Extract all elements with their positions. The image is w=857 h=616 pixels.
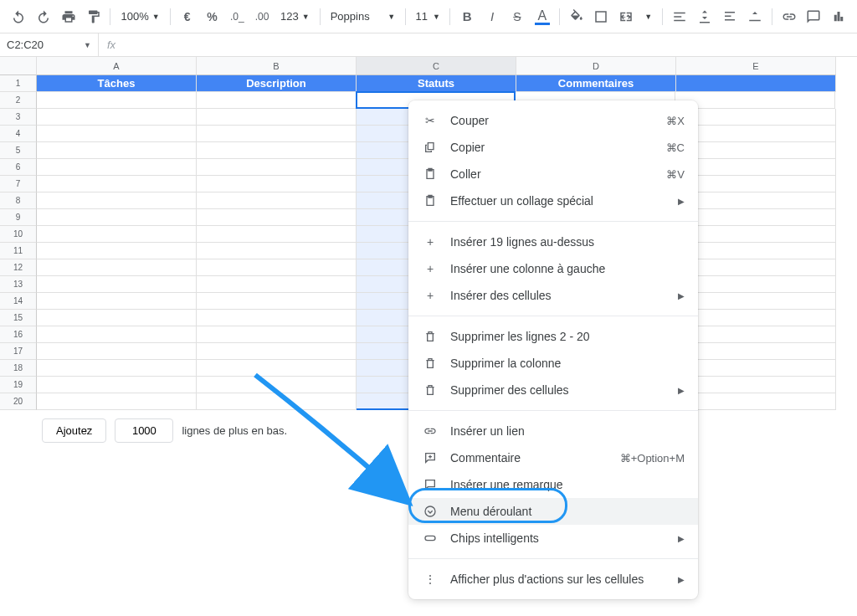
row-header[interactable]: 10 xyxy=(0,226,37,243)
cell[interactable] xyxy=(37,176,197,192)
insert-link-icon[interactable] xyxy=(777,5,801,28)
column-header[interactable]: B xyxy=(197,57,357,75)
header-cell[interactable] xyxy=(676,75,836,92)
header-cell[interactable]: Statuts xyxy=(357,75,516,92)
menu-smart-chips[interactable]: Chips intelligents▶ xyxy=(408,525,698,552)
cell[interactable] xyxy=(676,243,836,259)
cell[interactable] xyxy=(676,126,836,142)
cell[interactable] xyxy=(197,243,357,259)
cell[interactable] xyxy=(197,343,357,360)
cell[interactable] xyxy=(197,226,357,243)
cell[interactable] xyxy=(676,209,836,226)
cell[interactable] xyxy=(37,377,197,393)
row-header[interactable]: 2 xyxy=(0,92,37,109)
print-icon[interactable] xyxy=(57,5,80,28)
header-cell[interactable]: Tâches xyxy=(37,75,197,92)
row-header[interactable]: 17 xyxy=(0,343,37,360)
row-header[interactable]: 6 xyxy=(0,159,37,176)
cell[interactable] xyxy=(676,226,836,243)
cell[interactable] xyxy=(197,109,357,126)
text-wrap-icon[interactable] xyxy=(718,5,742,28)
cell[interactable] xyxy=(37,310,197,326)
row-header[interactable]: 13 xyxy=(0,276,37,293)
name-box-input[interactable] xyxy=(0,35,84,55)
row-header[interactable]: 19 xyxy=(0,377,37,393)
menu-copy[interactable]: Copier⌘C xyxy=(408,134,698,161)
zoom-dropdown[interactable]: 100% ▼ xyxy=(115,5,164,28)
cell[interactable] xyxy=(676,293,836,310)
cell[interactable] xyxy=(37,243,197,259)
cell[interactable] xyxy=(676,276,836,293)
cell[interactable] xyxy=(197,209,357,226)
row-header[interactable]: 12 xyxy=(0,259,37,276)
font-size-input[interactable]: 11 ▼ xyxy=(411,5,444,28)
cell[interactable] xyxy=(197,377,357,393)
menu-delete-rows[interactable]: Supprimer les lignes 2 - 20 xyxy=(408,323,698,350)
column-header[interactable]: A xyxy=(37,57,197,75)
menu-comment[interactable]: Commentaire⌘+Option+M xyxy=(408,444,698,471)
add-rows-button[interactable]: Ajoutez xyxy=(42,418,106,443)
cell[interactable] xyxy=(197,259,357,276)
menu-insert-col[interactable]: +Insérer une colonne à gauche xyxy=(408,255,698,282)
cell[interactable] xyxy=(37,192,197,209)
redo-icon[interactable] xyxy=(32,5,55,28)
cell[interactable] xyxy=(676,159,836,176)
row-header[interactable]: 3 xyxy=(0,109,37,126)
cell[interactable] xyxy=(197,92,357,109)
menu-insert-cells[interactable]: +Insérer des cellules▶ xyxy=(408,282,698,309)
cell[interactable] xyxy=(37,293,197,310)
percent-icon[interactable]: % xyxy=(200,5,223,28)
cell[interactable] xyxy=(37,92,197,109)
cell[interactable] xyxy=(197,276,357,293)
decrease-decimal-icon[interactable]: .0_ xyxy=(225,5,249,28)
add-rows-count-input[interactable] xyxy=(115,418,173,443)
column-header[interactable]: D xyxy=(516,57,676,75)
bold-icon[interactable]: B xyxy=(455,5,479,28)
cell[interactable] xyxy=(676,343,836,360)
cell[interactable] xyxy=(37,343,197,360)
text-rotation-icon[interactable] xyxy=(743,5,767,28)
strikethrough-icon[interactable]: S xyxy=(505,5,529,28)
row-header[interactable]: 7 xyxy=(0,176,37,192)
cell[interactable] xyxy=(676,109,836,126)
header-cell[interactable]: Description xyxy=(197,75,357,92)
row-header[interactable]: 4 xyxy=(0,126,37,142)
cell[interactable] xyxy=(676,310,836,326)
row-header[interactable]: 20 xyxy=(0,393,37,410)
cell[interactable] xyxy=(37,109,197,126)
cell[interactable] xyxy=(676,360,836,377)
column-header[interactable]: E xyxy=(676,57,836,75)
menu-delete-cells[interactable]: Supprimer des cellules▶ xyxy=(408,377,698,403)
cell[interactable] xyxy=(676,259,836,276)
row-header[interactable]: 8 xyxy=(0,192,37,209)
cell[interactable] xyxy=(197,126,357,142)
menu-paste-special[interactable]: Effectuer un collage spécial▶ xyxy=(408,187,698,214)
currency-icon[interactable]: € xyxy=(176,5,199,28)
cell[interactable] xyxy=(37,276,197,293)
merge-cells-icon[interactable] xyxy=(614,5,638,28)
row-header[interactable]: 9 xyxy=(0,209,37,226)
horizontal-align-icon[interactable] xyxy=(668,5,691,28)
row-header[interactable]: 11 xyxy=(0,243,37,259)
paint-format-icon[interactable] xyxy=(82,5,105,28)
cell[interactable] xyxy=(37,159,197,176)
row-header[interactable]: 15 xyxy=(0,310,37,326)
menu-dropdown[interactable]: Menu déroulant xyxy=(408,498,698,525)
cell[interactable] xyxy=(197,176,357,192)
row-header[interactable]: 14 xyxy=(0,293,37,310)
row-header[interactable]: 1 xyxy=(0,75,37,92)
cell[interactable] xyxy=(676,176,836,192)
cell[interactable] xyxy=(197,360,357,377)
merge-dropdown[interactable]: ▼ xyxy=(639,5,657,28)
column-header[interactable]: C xyxy=(357,57,516,75)
increase-decimal-icon[interactable]: .00 xyxy=(250,5,274,28)
menu-more-actions[interactable]: ⋮Afficher plus d'actions sur les cellule… xyxy=(408,566,698,593)
cell[interactable] xyxy=(37,393,197,410)
cell[interactable] xyxy=(675,92,835,109)
menu-insert-note[interactable]: Insérer une remarque xyxy=(408,471,698,498)
insert-chart-icon[interactable] xyxy=(827,5,850,28)
header-cell[interactable]: Commentaires xyxy=(516,75,676,92)
cell[interactable] xyxy=(676,326,836,343)
menu-insert-link[interactable]: Insérer un lien xyxy=(408,418,698,444)
text-color-icon[interactable]: A xyxy=(531,5,554,28)
